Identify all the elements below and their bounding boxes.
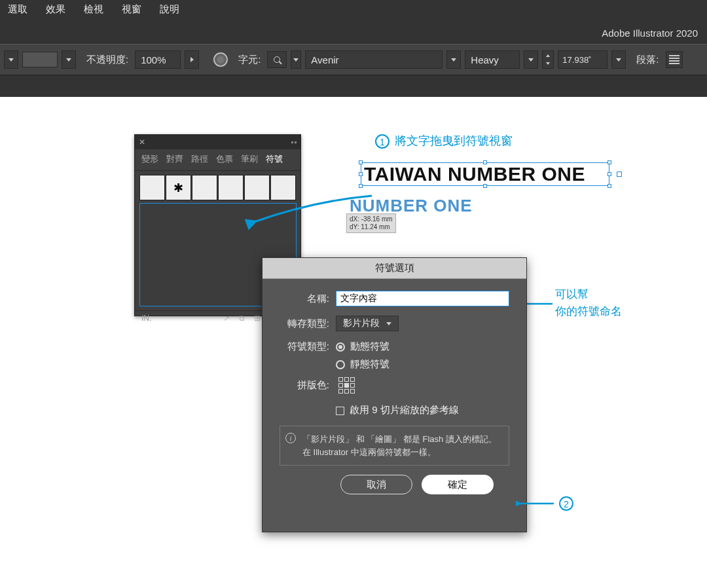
radio-static[interactable]: 靜態符號: [336, 358, 390, 371]
place-symbol-icon[interactable]: ↗: [223, 314, 230, 323]
opacity-label: 不透明度:: [86, 54, 128, 66]
step-1-label: 將文字拖曳到符號視窗: [395, 134, 513, 147]
radio-dynamic-label: 動態符號: [350, 340, 390, 352]
menu-effect[interactable]: 效果: [46, 3, 65, 16]
paragraph-label: 段落:: [636, 54, 659, 66]
menu-view[interactable]: 檢視: [84, 3, 103, 16]
font-size-dropdown[interactable]: [611, 50, 626, 69]
annotation-naming-line2: 你的符號命名: [555, 303, 622, 320]
annotation-arrow-step2: [516, 499, 555, 508]
export-type-select[interactable]: 影片片段: [336, 316, 399, 331]
symbol-type-label: 符號類型:: [280, 340, 329, 353]
ok-button[interactable]: 確定: [422, 475, 494, 494]
symbol-thumb-2[interactable]: ✱: [166, 175, 191, 200]
break-link-icon[interactable]: ⧉: [239, 314, 245, 323]
tab-pathfinder[interactable]: 路徑: [191, 153, 208, 165]
font-family-field[interactable]: Avenir: [305, 50, 443, 69]
info-box: i 「影片片段」 和 「繪圖」 都是 Flash 讀入的標記。在 Illustr…: [280, 426, 509, 466]
registration-label: 拼版色:: [280, 379, 329, 392]
export-type-label: 轉存類型:: [280, 318, 329, 330]
library-menu-icon[interactable]: IN.: [141, 314, 151, 323]
fill-swatch[interactable]: [22, 52, 58, 67]
info-icon: i: [285, 433, 296, 443]
export-type-value: 影片片段: [343, 318, 380, 329]
step-2-number: 2: [559, 496, 573, 511]
font-search-dropdown[interactable]: [291, 50, 301, 69]
tab-symbols[interactable]: 符號: [266, 153, 283, 165]
annotation-naming-line1: 可以幫: [555, 286, 622, 303]
symbol-thumb-3[interactable]: [192, 175, 217, 200]
app-title: Adobe Illustrator 2020: [0, 21, 707, 44]
symbol-thumb-1[interactable]: [139, 175, 165, 200]
symbol-options-icon[interactable]: ⊞: [254, 314, 261, 323]
name-input[interactable]: [336, 291, 509, 306]
radio-dynamic[interactable]: 動態符號: [336, 340, 390, 353]
swatch-dropdown[interactable]: [62, 50, 76, 69]
symbol-thumb-4[interactable]: [218, 175, 244, 200]
artboard-text-main[interactable]: TAIWAN NUMBER ONE: [364, 163, 585, 185]
annotation-step-2: 2: [516, 496, 579, 511]
drag-arrow-annotation: [247, 194, 372, 234]
dialog-title: 符號選項: [263, 258, 526, 279]
name-label: 名稱:: [280, 293, 329, 305]
chevron-down-icon: [386, 322, 391, 325]
font-size-field[interactable]: 17.938˚: [558, 50, 607, 69]
opacity-value[interactable]: 100%: [135, 50, 181, 69]
character-label: 字元:: [238, 54, 261, 66]
nine-slice-label: 啟用 9 切片縮放的參考線: [350, 404, 459, 415]
info-text: 「影片片段」 和 「繪圖」 都是 Flash 讀入的標記。在 Illustrat…: [302, 434, 497, 457]
menu-select[interactable]: 選取: [8, 3, 27, 16]
paragraph-align-icon[interactable]: [666, 51, 683, 68]
panel-tabs: 變形 對齊 路徑 色票 筆刷 符號: [135, 149, 300, 171]
menu-help[interactable]: 說明: [160, 3, 179, 16]
radio-static-label: 靜態符號: [350, 358, 390, 369]
recolor-art-icon[interactable]: [213, 52, 228, 67]
font-search-icon[interactable]: [267, 51, 287, 68]
step-1-number: 1: [375, 134, 390, 149]
nine-slice-checkbox[interactable]: 啟用 9 切片縮放的參考線: [336, 404, 459, 416]
font-weight-dropdown[interactable]: [524, 50, 538, 69]
control-bar: 不透明度: 100% 字元: Avenir Heavy 17.938˚ 段落:: [0, 44, 707, 75]
symbol-options-dialog: 符號選項 名稱: 轉存類型: 影片片段 符號類型: 動態符號 靜態符號 拼版色:…: [262, 257, 527, 532]
close-icon[interactable]: ✕: [139, 138, 145, 147]
registration-grid[interactable]: [338, 377, 355, 394]
tab-align[interactable]: 對齊: [166, 153, 183, 165]
fill-dropdown[interactable]: [4, 50, 18, 69]
font-weight-field[interactable]: Heavy: [465, 50, 520, 69]
font-size-stepper[interactable]: [542, 50, 554, 69]
menu-window[interactable]: 視窗: [122, 3, 141, 16]
menu-bar: 選取 效果 檢視 視窗 說明: [0, 0, 707, 21]
panel-header[interactable]: ✕: [135, 135, 300, 149]
cancel-button[interactable]: 取消: [340, 475, 412, 494]
app-top-region: 選取 效果 檢視 視窗 說明 Adobe Illustrator 2020 不透…: [0, 0, 707, 97]
font-family-dropdown[interactable]: [446, 50, 461, 69]
panel-grip-icon[interactable]: [291, 141, 297, 143]
annotation-naming: 可以幫 你的符號命名: [555, 286, 622, 320]
tab-transform[interactable]: 變形: [141, 153, 158, 165]
annotation-step-1: 1將文字拖曳到符號視窗: [375, 133, 513, 149]
opacity-stepper[interactable]: [185, 50, 199, 69]
tab-swatches[interactable]: 色票: [216, 153, 233, 165]
tab-brushes[interactable]: 筆刷: [241, 153, 258, 165]
